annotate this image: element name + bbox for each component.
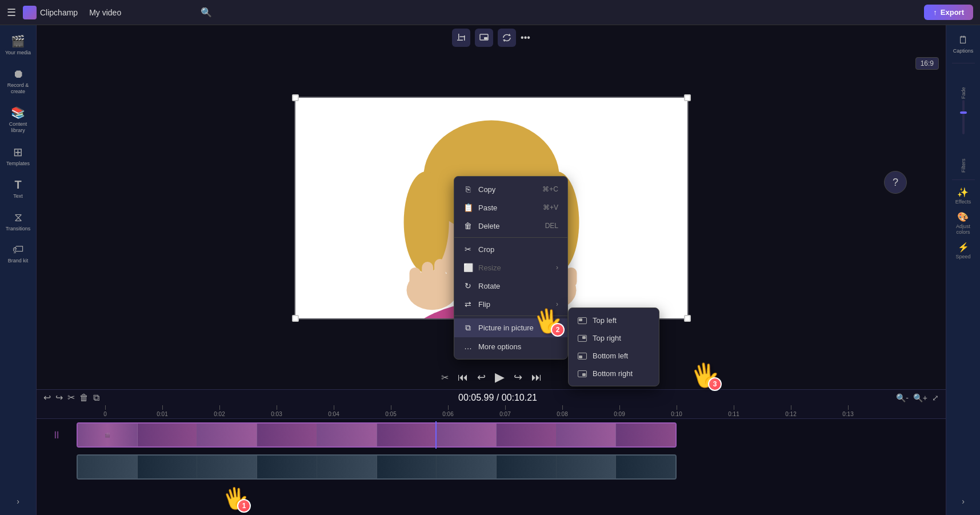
context-menu-resize[interactable]: ⬜ Resize ›	[454, 258, 567, 277]
context-menu-paste[interactable]: 📋 Paste ⌘+V	[454, 198, 567, 217]
pip-bottom-left[interactable]: Bottom left	[569, 347, 659, 365]
fade-slider-thumb	[960, 111, 967, 114]
cut-button[interactable]: ✂	[67, 392, 75, 403]
track-content-secondary[interactable]	[77, 453, 946, 481]
pip-tool-button[interactable]	[475, 29, 493, 47]
panel-collapse-button[interactable]: ›	[957, 492, 969, 510]
undo-button[interactable]: ↩	[43, 392, 51, 403]
ruler-mark-8: 0:08	[534, 405, 591, 417]
ruler-mark-5: 0:05	[362, 405, 419, 417]
svg-point-12	[403, 171, 449, 273]
context-menu-flip[interactable]: ⇄ Flip ›	[454, 295, 567, 313]
help-button[interactable]: ?	[884, 171, 907, 194]
track-label-main: ⏸	[37, 429, 77, 441]
context-menu-more-options[interactable]: … More options	[454, 337, 567, 356]
copy-shortcut: ⌘+C	[542, 185, 558, 193]
context-menu-pip[interactable]: ⧉ Picture in picture ›	[454, 318, 567, 337]
delete-clip-button[interactable]: 🗑	[79, 393, 89, 403]
pip-bottom-right[interactable]: Bottom right	[569, 365, 659, 382]
sidebar-item-record-create[interactable]: ⏺ Record &create	[2, 63, 34, 99]
zoom-out-button[interactable]: 🔍-	[896, 393, 909, 402]
corner-handle-bl[interactable]	[292, 315, 299, 322]
sidebar-item-text[interactable]: T Text	[2, 174, 34, 204]
right-panel: 🗒 Captions Fade Filters ✨ Effects 🎨 Adju…	[946, 25, 980, 515]
time-current: 00:05.99 / 00:10.21	[458, 393, 537, 402]
speed-control[interactable]: ⚡ Speed	[953, 239, 973, 262]
fit-button[interactable]: ⤢	[932, 393, 939, 402]
fade-slider-track[interactable]	[962, 100, 965, 134]
adjust-colors-control[interactable]: 🎨 Adjustcolors	[954, 209, 973, 237]
trim-icon[interactable]: ✂	[441, 372, 449, 383]
sidebar-item-brand-kit[interactable]: 🏷 Brand kit	[2, 238, 34, 269]
more-tools-button[interactable]: •••	[521, 33, 530, 43]
filters-control[interactable]: Filters	[958, 139, 969, 175]
track-content-main[interactable]: 🎬	[77, 421, 946, 449]
skip-forward-button[interactable]: ⏭	[531, 372, 542, 384]
corner-handle-tl[interactable]	[292, 94, 299, 101]
context-menu-copy[interactable]: ⎘ Copy ⌘+C	[454, 180, 567, 198]
right-panel-sep2	[952, 179, 975, 180]
ruler-mark-4: 0:04	[305, 405, 362, 417]
right-panel-captions[interactable]: 🗒 Captions	[947, 30, 979, 58]
context-menu-sep1	[454, 237, 567, 238]
flip-arrow: ›	[556, 300, 558, 308]
rewind-button[interactable]: ↩	[477, 371, 486, 384]
sidebar-item-content-library[interactable]: 📚 Contentlibrary	[2, 101, 34, 138]
playback-controls: ✂ ⏮ ↩ ▶ ↪ ⏭	[37, 365, 946, 389]
loop-tool-button[interactable]	[498, 29, 516, 47]
context-menu-delete[interactable]: 🗑 Delete DEL	[454, 217, 567, 235]
skip-back-button[interactable]: ⏮	[458, 372, 468, 384]
context-menu-crop[interactable]: ✂ Crop	[454, 240, 567, 258]
sidebar-item-templates[interactable]: ⊞ Templates	[2, 141, 34, 171]
right-panel-sep	[952, 63, 975, 63]
bottom-right-label: Bottom right	[593, 369, 633, 378]
secondary-track-frames	[78, 456, 675, 478]
zoom-in-button[interactable]: 🔍+	[913, 393, 927, 402]
timeline-toolbar: ↩ ↪ ✂ 🗑 ⧉ 00:05.99 / 00:10.21 🔍- 🔍+ ⤢	[37, 390, 946, 405]
pip-submenu: Top left Top right Bottom left Bottom ri…	[568, 308, 659, 386]
timeline-time-display: 00:05.99 / 00:10.21	[104, 393, 891, 403]
resize-label: Resize	[478, 264, 501, 272]
sidebar-expand-button[interactable]: ›	[12, 492, 24, 510]
topbar: ☰ Clipchamp 🔍 ↑ Export	[0, 0, 980, 25]
svg-rect-3	[464, 35, 465, 41]
pip-icon: ⧉	[463, 323, 473, 333]
sidebar-item-transitions[interactable]: ⧖ Transitions	[2, 206, 34, 237]
record-icon: ⏺	[13, 67, 24, 81]
play-button[interactable]: ▶	[495, 370, 505, 385]
aspect-ratio-badge[interactable]: 16:9	[915, 57, 939, 70]
logo-icon	[23, 6, 37, 19]
ruler-mark-11: 0:11	[705, 405, 762, 417]
hamburger-menu-icon[interactable]: ☰	[7, 6, 16, 19]
track-row-main: ⏸ 🎬	[37, 419, 946, 451]
redo-button[interactable]: ↪	[55, 392, 63, 403]
speed-label: Speed	[955, 254, 970, 260]
effects-control[interactable]: ✨ Effects	[953, 185, 973, 207]
search-icon[interactable]: 🔍	[201, 7, 212, 18]
pip-top-left[interactable]: Top left	[569, 312, 659, 329]
export-button[interactable]: ↑ Export	[924, 5, 973, 20]
text-icon: T	[14, 178, 21, 191]
crop-tool-button[interactable]	[452, 29, 470, 47]
main-video-strip[interactable]: 🎬	[77, 422, 677, 448]
rotate-icon: ↻	[463, 281, 473, 290]
export-label: Export	[941, 8, 964, 17]
track-row-secondary	[37, 451, 946, 483]
main-track-frames: 🎬	[78, 424, 675, 446]
crop-icon: ✂	[463, 245, 473, 254]
more-options-label: More options	[478, 342, 521, 351]
rotate-label: Rotate	[478, 282, 500, 290]
collapse-icon: ›	[962, 497, 965, 506]
context-menu-rotate[interactable]: ↻ Rotate	[454, 277, 567, 295]
pip-top-right[interactable]: Top right	[569, 329, 659, 347]
more-options-icon: …	[463, 342, 473, 351]
video-name-input[interactable]	[85, 6, 194, 19]
duplicate-button[interactable]: ⧉	[93, 393, 99, 403]
secondary-video-strip[interactable]	[77, 454, 677, 480]
corner-handle-br[interactable]	[684, 315, 691, 322]
forward-button[interactable]: ↪	[514, 371, 522, 384]
fade-slider[interactable]: Fade	[958, 68, 969, 137]
sidebar-item-your-media[interactable]: 🎬 Your media	[2, 30, 34, 61]
corner-handle-tr[interactable]	[684, 94, 691, 101]
timeline: ↩ ↪ ✂ 🗑 ⧉ 00:05.99 / 00:10.21 🔍- 🔍+ ⤢ 0 …	[37, 389, 946, 515]
